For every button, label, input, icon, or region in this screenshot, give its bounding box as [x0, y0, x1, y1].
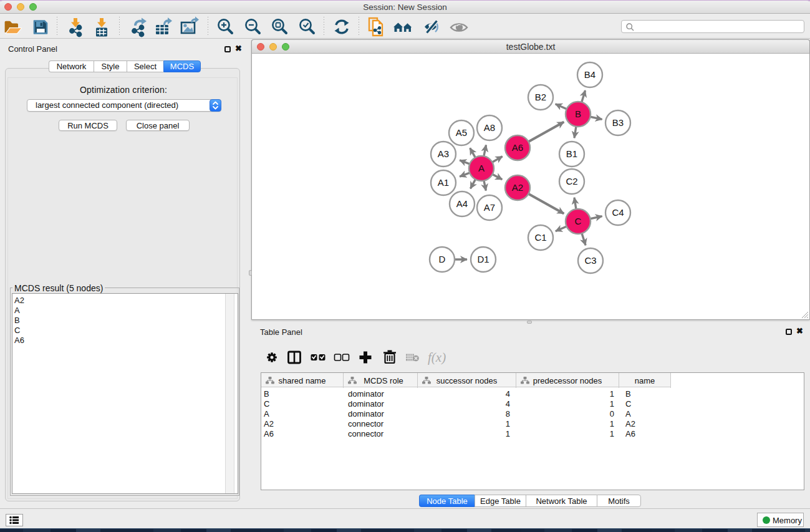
- svg-text:C1: C1: [534, 232, 546, 243]
- svg-text:D: D: [439, 254, 446, 264]
- svg-text:A2: A2: [512, 182, 523, 193]
- svg-text:A3: A3: [438, 148, 449, 159]
- svg-text:B: B: [575, 109, 581, 119]
- svg-text:A7: A7: [484, 202, 495, 213]
- svg-text:B4: B4: [584, 69, 595, 80]
- svg-text:B2: B2: [535, 92, 546, 102]
- svg-text:f(x): f(x): [428, 350, 446, 365]
- svg-text:D1: D1: [477, 254, 489, 264]
- svg-text:A8: A8: [484, 122, 495, 133]
- svg-text:A1: A1: [438, 177, 449, 188]
- svg-text:C2: C2: [566, 176, 577, 186]
- svg-text:A6: A6: [512, 142, 523, 153]
- svg-text:C3: C3: [584, 255, 596, 266]
- svg-text:A: A: [478, 163, 485, 173]
- svg-text:B1: B1: [566, 148, 577, 159]
- svg-text:B3: B3: [612, 117, 624, 128]
- svg-text:A5: A5: [456, 127, 467, 138]
- svg-text:A4: A4: [456, 198, 468, 209]
- svg-text:C: C: [575, 216, 582, 226]
- svg-text:C4: C4: [612, 207, 624, 218]
